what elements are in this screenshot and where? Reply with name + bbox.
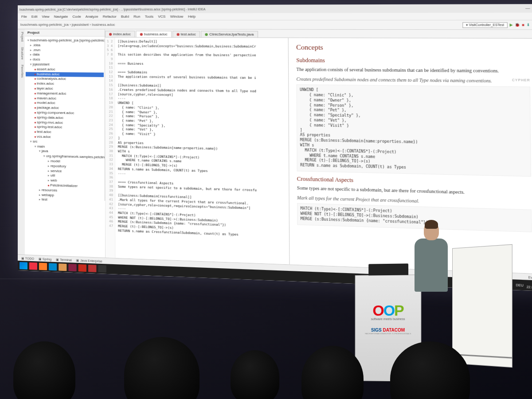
preview-lead-sub: Creates predefined Subdomain nodes and c… [297, 76, 530, 85]
menu-file[interactable]: File [21, 15, 27, 19]
preview-h-subdomains: Subdomains [296, 56, 530, 66]
stage-edge [0, 278, 195, 279]
toolstrip-structure[interactable]: Structure [19, 47, 24, 60]
code-content[interactable]: [[business:Default]] [role=group,include… [115, 38, 289, 265]
minimize-button[interactable]: — [525, 6, 530, 11]
editor-area: index.adocbusiness.adoctest.adocClinicSe… [105, 29, 532, 274]
tree-node[interactable]: .idea [26, 43, 104, 48]
tool-tab-java-enterprise[interactable]: ▣ Java Enterprise [76, 258, 102, 263]
menu-vcs[interactable]: VCS [158, 15, 165, 19]
menu-run[interactable]: Run [133, 15, 140, 19]
preview-p-subdomains: The application consists of several busi… [296, 66, 530, 75]
vcs-update-icon[interactable]: ⬇ [527, 23, 530, 27]
sigs-logo: SIGS DATACOM [356, 328, 421, 332]
run-config-select[interactable]: ▾ VisitController_ESTest [462, 22, 508, 28]
tree-node[interactable]: .mvn [26, 48, 104, 53]
editor-tab[interactable]: test.adoc [172, 31, 200, 38]
menu-analyze[interactable]: Analyze [86, 15, 98, 19]
line-gutter: 1 2 3 4 5 6 7 8 9 10 11 12 13 14 15 16 1… [105, 38, 115, 258]
editor-tab[interactable]: index.adoc [105, 31, 135, 37]
audience [0, 346, 532, 399]
editor-tab[interactable]: ClinicServiceJpaTests.java [201, 31, 258, 38]
taskbar-app[interactable] [98, 265, 106, 273]
menu-code[interactable]: Code [72, 15, 81, 19]
menu-view[interactable]: View [42, 15, 49, 19]
menubar: FileEditViewNavigateCodeAnalyzeRefactorB… [18, 13, 532, 20]
menu-help[interactable]: Help [188, 15, 196, 19]
project-tool-window[interactable]: Project buschmais-spring-petclinic_jca [… [25, 29, 106, 258]
window-title: buschmais-spring-petclinic_jca [C:\dev\w… [20, 8, 206, 11]
preview-code-sub: UNWIND [ { name: "Clinic" }, { name: "Ow… [297, 84, 531, 176]
preview-h-concepts: Concepts [296, 43, 530, 54]
menu-window[interactable]: Window [170, 15, 184, 19]
menu-edit[interactable]: Edit [31, 15, 38, 19]
taskbar-app[interactable] [29, 262, 37, 270]
toolstrip-project[interactable]: Project [19, 32, 24, 42]
debug-icon[interactable]: 🐞 [515, 23, 520, 27]
tray-language[interactable]: DEU [516, 283, 523, 287]
taskbar-app[interactable] [49, 263, 57, 270]
menu-build[interactable]: Build [121, 15, 129, 19]
tool-tab-terminal[interactable]: ▣ Terminal [56, 258, 72, 262]
tool-tab-spring[interactable]: ▣ Spring [39, 257, 51, 261]
asciidoc-preview: Concepts Subdomains The application cons… [289, 38, 532, 274]
taskbar-app[interactable] [68, 264, 76, 271]
editor-tab[interactable]: business.adoc [136, 31, 172, 37]
menu-refactor[interactable]: Refactor [103, 15, 117, 19]
tray-clock[interactable]: 10:20 22.01.2019 [527, 282, 532, 289]
nav-toolbar: buschmais-spring-petclinic_jca › jqassis… [18, 20, 532, 30]
run-icon[interactable]: ▶ [510, 23, 513, 27]
taskbar-app[interactable] [78, 264, 86, 272]
tool-tab-todo[interactable]: ▣ TODO [21, 256, 34, 260]
oop-tagline: software meets business [356, 317, 421, 321]
tree-node[interactable]: buschmais-spring-petclinic_jca [spring-p… [26, 38, 104, 43]
breadcrumb: buschmais-spring-petclinic_jca › jqassis… [20, 23, 115, 27]
taskbar-app[interactable] [39, 263, 47, 270]
lang-badge: CYPHER [512, 78, 530, 82]
taskbar-app[interactable] [59, 263, 66, 271]
code-editor[interactable]: 1 2 3 4 5 6 7 8 9 10 11 12 13 14 15 16 1… [105, 38, 290, 265]
laptop [368, 263, 408, 275]
tree-node[interactable]: assert.adoc [26, 67, 104, 72]
menu-tools[interactable]: Tools [145, 15, 153, 19]
menu-navigate[interactable]: Navigate [54, 15, 68, 19]
oop-logo: OOP [356, 302, 421, 320]
left-tool-strip: ProjectStructureFavorites [18, 29, 25, 254]
project-title: Project [27, 31, 39, 35]
speaker-person [415, 222, 448, 310]
taskbar-app[interactable] [88, 265, 96, 272]
window-titlebar: buschmais-spring-petclinic_jca [C:\dev\w… [18, 4, 532, 13]
stop-icon[interactable]: ■ [522, 23, 524, 27]
sigs-tagline: FACHINFORMATIONEN FÜR IT-PROFESSIONALS [356, 332, 421, 335]
event-log-button[interactable]: Event Log [528, 276, 532, 280]
start-button[interactable] [20, 262, 27, 270]
toolstrip-favorites[interactable]: Favorites [19, 65, 24, 78]
